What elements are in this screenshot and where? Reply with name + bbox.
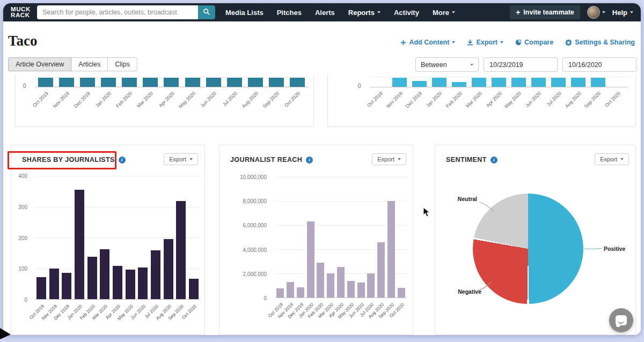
y-axis-label: 6,000,000 xyxy=(243,222,267,228)
x-axis-label: Sep 2020 xyxy=(262,91,280,109)
info-icon[interactable]: i xyxy=(306,157,313,163)
report-tabs: Article OverviewArticlesClips xyxy=(8,57,137,71)
bar-feb-2020 xyxy=(122,78,137,87)
y-axis-label: 100 xyxy=(18,266,27,272)
nav-item-reports[interactable]: Reports xyxy=(348,9,380,17)
bar-nov-2019 xyxy=(49,269,59,300)
search-button[interactable] xyxy=(198,5,215,19)
export-button[interactable]: Export xyxy=(164,153,198,165)
action-compare[interactable]: Compare xyxy=(515,39,553,46)
export-button[interactable]: Export xyxy=(372,153,406,165)
x-axis-label: May 2020 xyxy=(178,91,196,109)
range-operator-value: Between xyxy=(421,61,447,69)
x-axis-label: Oct 2020 xyxy=(604,91,622,108)
bar-jun-2020 xyxy=(357,282,365,298)
sentiment-pie-chart xyxy=(473,194,583,304)
y-axis-label: 300 xyxy=(18,204,27,210)
nav-item-label: Media Lists xyxy=(225,9,264,17)
invite-teammate-label: Invite teammate xyxy=(523,9,574,16)
nav-item-media-lists[interactable]: Media Lists xyxy=(225,9,264,17)
bar-apr-2020 xyxy=(164,78,179,87)
bar-nov-2019 xyxy=(392,78,407,87)
chevron-down-icon xyxy=(452,41,455,43)
bar-dec-2019 xyxy=(297,287,304,298)
bar-jun-2020 xyxy=(531,78,546,87)
info-icon[interactable]: i xyxy=(119,157,126,163)
bar-sep-2020 xyxy=(591,78,605,87)
nav-item-more[interactable]: More xyxy=(433,9,455,17)
nav-item-pitches[interactable]: Pitches xyxy=(277,9,302,17)
card-title: SENTIMENT i xyxy=(446,156,497,163)
annotation-red-box xyxy=(8,151,116,169)
y-axis-labels: 02,000,0004,000,0006,000,0008,000,00010,… xyxy=(219,177,271,298)
range-operator-select[interactable]: Between xyxy=(415,57,479,72)
y-axis-label: 0 xyxy=(264,295,267,301)
journalist-reach-card: JOURNALIST REACH i Export 02,000,0004,00… xyxy=(219,145,413,335)
action-add-content[interactable]: Add Content xyxy=(400,39,455,46)
plus-icon xyxy=(400,40,406,46)
tab-articles[interactable]: Articles xyxy=(71,57,108,71)
bar-jan-2020 xyxy=(307,221,314,298)
y-axis-label: 0 xyxy=(358,83,361,89)
chevron-down-icon xyxy=(500,41,503,43)
nav-item-activity[interactable]: Activity xyxy=(394,9,419,17)
invite-teammate-button[interactable]: Invite teammate xyxy=(510,5,580,19)
bar-jan-2020 xyxy=(432,78,447,87)
x-axis-label: Jan 2020 xyxy=(94,91,112,108)
tab-clips[interactable]: Clips xyxy=(107,57,137,71)
nav-item-label: Reports xyxy=(348,9,375,17)
download-icon xyxy=(467,39,473,46)
start-date-input[interactable] xyxy=(484,57,558,72)
action-settings-sharing[interactable]: Settings & Sharing xyxy=(565,39,635,46)
export-label: Export xyxy=(600,156,617,162)
bar-sep-2020 xyxy=(269,78,284,87)
chat-widget-button[interactable] xyxy=(609,308,633,332)
pie-label-negative: Negative xyxy=(448,288,481,295)
gear-icon xyxy=(565,39,572,46)
shares-by-journalists-card: SHARES BY JOURNALISTS i Export 010020030… xyxy=(11,145,205,335)
pie-label-positive: Positive xyxy=(604,246,625,252)
card-title-text: SENTIMENT xyxy=(446,156,487,163)
bar-nov-2019 xyxy=(59,78,74,87)
tab-article-overview[interactable]: Article Overview xyxy=(8,57,71,71)
bar-dec-2019 xyxy=(80,78,95,87)
action-label: Export xyxy=(476,39,497,46)
nav-item-alerts[interactable]: Alerts xyxy=(315,9,335,17)
search-input[interactable] xyxy=(37,5,198,19)
x-axis-labels: Oct 2019Nov 2019Dec 2019Jan 2020Feb 2020… xyxy=(35,89,308,123)
bar-feb-2020 xyxy=(87,257,97,299)
chevron-down-icon xyxy=(620,158,624,160)
chat-bubble-icon xyxy=(616,315,627,325)
card-header: SENTIMENT i Export xyxy=(435,145,635,170)
browser-frame: MUCK RACK Media ListsPitchesAlertsReport… xyxy=(0,0,644,342)
export-button[interactable]: Export xyxy=(595,153,629,165)
bar-sep-2020 xyxy=(176,201,186,299)
help-menu[interactable]: Help xyxy=(612,9,633,17)
bar-apr-2020 xyxy=(113,266,122,299)
x-axis-label: Jul 2020 xyxy=(222,91,238,107)
x-axis-labels: Oct 2019Nov 2019Dec 2019Jan 2020Feb 2020… xyxy=(370,89,628,123)
bar-aug-2020 xyxy=(164,239,173,299)
end-date-input[interactable] xyxy=(562,57,636,72)
x-axis-labels: Oct 2019Nov 2019Dec 2019Jan 2020Feb 2020… xyxy=(35,302,200,334)
bar-may-2020 xyxy=(126,270,135,299)
nav-item-label: Pitches xyxy=(277,9,302,17)
info-icon[interactable]: i xyxy=(491,157,497,163)
chevron-down-icon xyxy=(452,11,455,13)
action-export[interactable]: Export xyxy=(467,39,503,46)
top-nav: MUCK RACK Media ListsPitchesAlertsReport… xyxy=(3,3,641,21)
search-icon xyxy=(203,8,210,17)
chevron-down-icon xyxy=(377,11,380,13)
x-axis-label: Oct 2019 xyxy=(32,91,49,108)
bar-oct-2020 xyxy=(290,78,305,87)
bar-chart-plot xyxy=(35,176,200,300)
muckrack-logo[interactable]: MUCK RACK xyxy=(11,6,31,18)
bar-apr-2020 xyxy=(492,78,506,87)
card-title-text: JOURNALIST REACH xyxy=(230,156,302,163)
user-menu[interactable] xyxy=(587,6,605,19)
cropped-chart-card-left: 0 Oct 2019Nov 2019Dec 2019Jan 2020Feb 20… xyxy=(15,75,314,127)
export-label: Export xyxy=(377,156,394,162)
y-axis-label: 0 xyxy=(24,297,27,303)
bar-oct-2019 xyxy=(38,78,53,87)
chevron-down-icon xyxy=(630,11,633,13)
